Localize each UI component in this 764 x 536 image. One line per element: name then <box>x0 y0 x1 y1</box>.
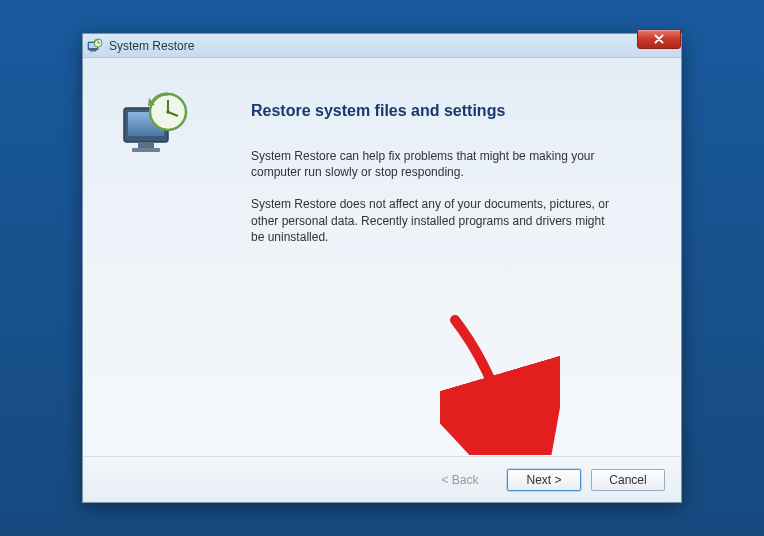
svg-rect-2 <box>90 50 96 52</box>
page-heading: Restore system files and settings <box>251 102 651 120</box>
next-button[interactable]: Next > <box>507 469 581 491</box>
restore-graphic-icon <box>116 86 196 166</box>
content-area: Restore system files and settings System… <box>83 58 681 456</box>
svg-rect-7 <box>138 142 154 148</box>
close-button[interactable] <box>637 29 681 49</box>
close-icon <box>654 34 664 44</box>
right-panel: Restore system files and settings System… <box>211 76 651 456</box>
intro-paragraph-1: System Restore can help fix problems tha… <box>251 148 621 180</box>
wizard-footer: < Back Next > Cancel <box>83 456 681 502</box>
system-restore-window: System Restore <box>82 33 682 503</box>
intro-paragraph-2: System Restore does not affect any of yo… <box>251 196 621 245</box>
back-button: < Back <box>423 469 497 491</box>
titlebar: System Restore <box>83 34 681 58</box>
left-panel <box>101 76 211 456</box>
svg-rect-8 <box>132 148 160 152</box>
cancel-button[interactable]: Cancel <box>591 469 665 491</box>
system-restore-icon <box>87 38 103 54</box>
window-title: System Restore <box>109 39 194 53</box>
